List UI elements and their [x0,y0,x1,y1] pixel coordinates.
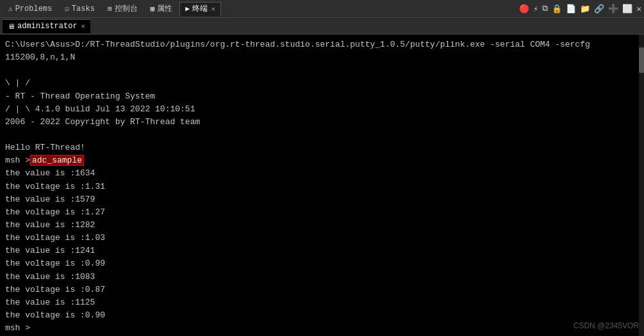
terminal-value-2: the voltage is :1.31 [5,180,639,193]
terminal-session-tab[interactable]: 🖥 administrator ✕ [3,19,90,33]
toolbar-icon-2[interactable]: ⚡ [533,4,538,14]
tab-properties[interactable]: ▦ 属性 [145,2,179,16]
toolbar-icon-copy[interactable]: ⧉ [542,4,548,13]
terminal-value-7: the value is :1241 [5,244,639,257]
terminal-session-close[interactable]: ✕ [81,22,85,30]
terminal-value-6: the voltage is :1.03 [5,232,639,244]
terminal-body: C:\Users\Asus>D:/RT-ThreadStudio/plugins… [0,35,644,336]
terminal-line-logo1: \ | / [5,77,639,90]
toolbar-icon-doc[interactable]: 📄 [566,4,576,14]
terminal-value-1: the value is :1634 [5,167,639,180]
properties-icon: ▦ [151,4,155,13]
toolbar-icon-lock[interactable]: 🔒 [552,4,562,14]
terminal-session-label: administrator [17,22,78,31]
terminal-value-8: the voltage is :0.99 [5,257,639,270]
toolbar-icon-link[interactable]: 🔗 [594,4,604,14]
tab-properties-label: 属性 [157,3,172,14]
terminal-value-10: the voltage is :0.87 [5,284,639,296]
tab-problems-label: Problems [15,4,53,13]
tab-console[interactable]: ⊞ 控制台 [102,2,144,16]
toolbar-right: 🔴 ⚡ ⧉ 🔒 📄 📁 🔗 ➕ ⬜ ✕ [519,4,641,14]
tab-console-label: 控制台 [115,3,138,14]
terminal-line-blank2 [5,129,639,141]
top-tab-bar: ⚠ Problems ☑ Tasks ⊞ 控制台 ▦ 属性 ▶ 终端 ✕ 🔴 ⚡… [0,0,644,18]
watermark: CSDN @2345VOR [574,320,639,332]
terminal-value-3: the value is :1579 [5,193,639,206]
terminal-line-blank1 [5,64,639,77]
tab-terminal-label: 终端 [192,3,208,14]
problems-icon: ⚠ [8,4,13,13]
tab-tasks-label: Tasks [72,4,95,13]
terminal-line-cmd: C:\Users\Asus>D:/RT-ThreadStudio/plugins… [5,38,639,64]
terminal-session-icon: 🖥 [8,22,15,31]
toolbar-icon-add[interactable]: ➕ [608,4,618,14]
terminal-value-4: the voltage is :1.27 [5,206,639,219]
tab-terminal[interactable]: ▶ 终端 ✕ [179,2,221,16]
terminal-value-5: the value is :1282 [5,219,639,232]
terminal-tab-icon: ▶ [185,4,190,13]
terminal-prompt: msh > [5,156,30,165]
tasks-icon: ☑ [65,4,69,13]
terminal-line-logo2: - RT - Thread Operating System [5,90,639,103]
terminal-line-logo4: 2006 - 2022 Copyright by RT-Thread team [5,116,639,129]
toolbar-icon-minimize[interactable]: ⬜ [622,4,632,14]
tab-problems[interactable]: ⚠ Problems [3,2,58,16]
terminal-line-prompt-cmd: msh >adc_sample [5,154,639,167]
scrollbar[interactable] [639,35,644,336]
terminal-value-9: the value is :1083 [5,271,639,284]
scroll-thumb[interactable] [639,47,644,73]
terminal-value-11: the value is :1125 [5,296,639,309]
tab-terminal-close[interactable]: ✕ [211,5,215,13]
terminal-tab-bar: 🖥 administrator ✕ [0,18,644,35]
terminal-line-hello: Hello RT-Thread! [5,141,639,154]
console-icon: ⊞ [108,4,112,13]
toolbar-icon-folder[interactable]: 📁 [580,4,590,14]
toolbar-icon-close[interactable]: ✕ [636,4,641,14]
toolbar-icon-1[interactable]: 🔴 [519,4,529,14]
terminal-cmd-highlight: adc_sample [30,155,84,166]
terminal-value-12: the voltage is :0.90 [5,309,639,322]
terminal-line-end-prompt: msh > [5,322,639,335]
tab-tasks[interactable]: ☑ Tasks [59,2,101,16]
terminal-line-logo3: / | \ 4.1.0 build Jul 13 2022 10:10:51 [5,103,639,116]
